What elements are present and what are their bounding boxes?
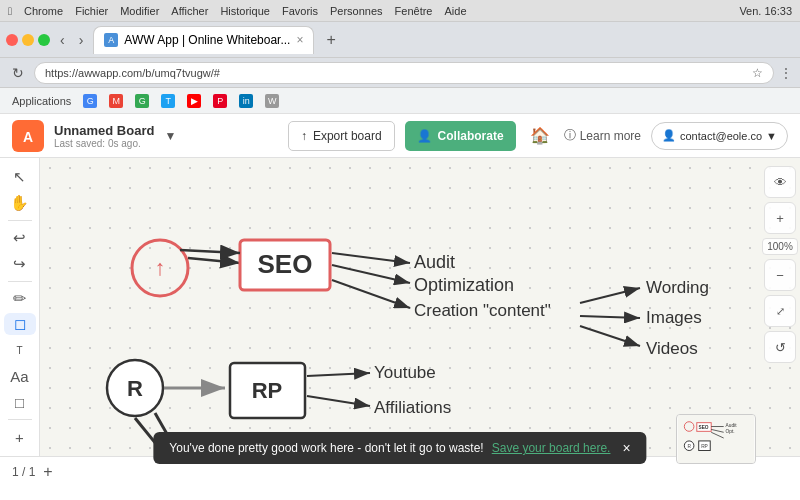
- creation-label: Creation "content": [414, 301, 551, 320]
- wording-label: Wording: [646, 278, 709, 297]
- fenetre-menu[interactable]: Fenêtre: [395, 5, 433, 17]
- font-tool-btn[interactable]: Aa: [4, 365, 36, 387]
- bookmark-applications[interactable]: Applications: [8, 93, 75, 109]
- close-window-btn[interactable]: [6, 34, 18, 46]
- bookmark-g2[interactable]: G: [131, 92, 153, 110]
- svg-text:Opt.: Opt.: [726, 429, 735, 434]
- eraser-tool-btn[interactable]: ◻: [4, 313, 36, 335]
- contact-label: contact@eole.co: [680, 130, 762, 142]
- board-title-dropdown[interactable]: ▼: [164, 129, 176, 143]
- bookmark-favicon-w: W: [265, 94, 279, 108]
- pen-tool-btn[interactable]: ✏: [4, 287, 36, 309]
- afficher-menu[interactable]: Afficher: [171, 5, 208, 17]
- new-tab-btn[interactable]: +: [320, 29, 341, 51]
- bookmark-favicon-gmail: M: [109, 94, 123, 108]
- undo-btn[interactable]: ↩: [4, 227, 36, 249]
- add-tool-btn[interactable]: +: [4, 426, 36, 448]
- toast-save-link[interactable]: Save your board here.: [492, 441, 611, 455]
- export-btn-label: Export board: [313, 129, 382, 143]
- pan-tool-btn[interactable]: ✋: [4, 192, 36, 214]
- bookmark-t[interactable]: T: [157, 92, 179, 110]
- add-page-btn[interactable]: +: [43, 463, 52, 481]
- bookmark-favicon-t: T: [161, 94, 175, 108]
- mini-preview[interactable]: SEO Audit Opt. R RP: [676, 414, 756, 464]
- address-bar-row: ↻ https://awwapp.com/b/umq7tvugw/# ☆ ⋮: [0, 58, 800, 88]
- svg-text:Audit: Audit: [726, 423, 738, 428]
- chrome-menu[interactable]: Chrome: [24, 5, 63, 17]
- svg-text:R: R: [687, 444, 691, 449]
- tab-close-btn[interactable]: ×: [296, 33, 303, 47]
- svg-text:RP: RP: [701, 444, 708, 449]
- contact-btn[interactable]: 👤 contact@eole.co ▼: [651, 122, 788, 150]
- youtube-label: Youtube: [374, 363, 436, 382]
- home-icon-btn[interactable]: 🏠: [526, 122, 554, 149]
- rotate-btn[interactable]: ↺: [764, 331, 796, 363]
- fit-screen-btn[interactable]: ⤢: [764, 295, 796, 327]
- svg-text:↑: ↑: [155, 255, 166, 280]
- export-board-btn[interactable]: ↑ Export board: [288, 121, 395, 151]
- learn-more-label: Learn more: [580, 129, 641, 143]
- zoom-out-btn[interactable]: −: [764, 259, 796, 291]
- minimize-window-btn[interactable]: [22, 34, 34, 46]
- bookmark-p[interactable]: P: [209, 92, 231, 110]
- bookmark-gmail[interactable]: M: [105, 92, 127, 110]
- toast-message: You've done pretty good work here - don'…: [169, 441, 483, 455]
- learn-more-btn[interactable]: ⓘ Learn more: [564, 127, 641, 144]
- window-controls: [6, 34, 50, 46]
- bookmark-in[interactable]: in: [235, 92, 257, 110]
- info-icon: ⓘ: [564, 127, 576, 144]
- tab-title: AWW App | Online Whiteboar...: [124, 33, 290, 47]
- chrome-tab-bar: ‹ › A AWW App | Online Whiteboar... × +: [0, 22, 800, 58]
- images-label: Images: [646, 308, 702, 327]
- extensions-btn[interactable]: ⋮: [780, 66, 792, 80]
- historique-menu[interactable]: Historique: [220, 5, 270, 17]
- board-title-area: Unnamed Board Last saved: 0s ago.: [54, 123, 154, 149]
- browser-extension-icons: ⋮: [780, 66, 792, 80]
- os-menu-items:  Chrome Fichier Modifier Afficher Histo…: [8, 5, 467, 17]
- audit-label: Audit: [414, 252, 455, 272]
- collaborate-btn[interactable]: 👤 Collaborate: [405, 121, 516, 151]
- zoom-in-btn[interactable]: +: [764, 202, 796, 234]
- shape-tool-btn[interactable]: □: [4, 391, 36, 413]
- avatar-icon: 👤: [662, 129, 676, 142]
- back-btn[interactable]: ‹: [56, 30, 69, 50]
- toolbar-divider-1: [8, 220, 32, 221]
- svg-point-8: [201, 384, 209, 392]
- svg-rect-18: [678, 415, 755, 463]
- fichier-menu[interactable]: Fichier: [75, 5, 108, 17]
- right-toolbar: 👁 + 100% − ⤢ ↺: [760, 158, 800, 456]
- modifier-menu[interactable]: Modifier: [120, 5, 159, 17]
- bookmark-g1[interactable]: G: [79, 92, 101, 110]
- redo-btn[interactable]: ↪: [4, 253, 36, 275]
- drawing-svg: ↑ SEO Audit Optimization Creation "conte…: [40, 158, 760, 456]
- toolbar-divider-3: [8, 419, 32, 420]
- board-subtitle: Last saved: 0s ago.: [54, 138, 154, 149]
- videos-label: Videos: [646, 339, 698, 358]
- select-tool-btn[interactable]: ↖: [4, 166, 36, 188]
- address-icons: ☆: [752, 66, 763, 80]
- active-tab[interactable]: A AWW App | Online Whiteboar... ×: [93, 26, 314, 54]
- bookmark-yt[interactable]: ▶: [183, 92, 205, 110]
- bookmark-star-icon[interactable]: ☆: [752, 66, 763, 80]
- svg-text:R: R: [127, 376, 143, 401]
- apple-menu[interactable]: : [8, 5, 12, 17]
- eye-tool-btn[interactable]: 👁: [764, 166, 796, 198]
- board-title: Unnamed Board: [54, 123, 154, 138]
- collab-icon: 👤: [417, 129, 432, 143]
- toast-close-btn[interactable]: ×: [622, 440, 630, 456]
- forward-btn[interactable]: ›: [75, 30, 88, 50]
- svg-text:A: A: [23, 129, 33, 145]
- reload-btn[interactable]: ↻: [8, 63, 28, 83]
- page-indicator: 1 / 1: [12, 465, 35, 479]
- canvas-area[interactable]: ↖ ✋ ↩ ↪ ✏ ◻ T Aa □ + ↑ SEO: [0, 158, 800, 456]
- favoris-menu[interactable]: Favoris: [282, 5, 318, 17]
- maximize-window-btn[interactable]: [38, 34, 50, 46]
- app-header: A Unnamed Board Last saved: 0s ago. ▼ ↑ …: [0, 114, 800, 158]
- bookmark-favicon-p: P: [213, 94, 227, 108]
- app-logo: A: [12, 120, 44, 152]
- aide-menu[interactable]: Aide: [445, 5, 467, 17]
- text-tool-btn[interactable]: T: [4, 339, 36, 361]
- personnes-menu[interactable]: Personnes: [330, 5, 383, 17]
- bookmark-w[interactable]: W: [261, 92, 283, 110]
- address-bar[interactable]: https://awwapp.com/b/umq7tvugw/# ☆: [34, 62, 774, 84]
